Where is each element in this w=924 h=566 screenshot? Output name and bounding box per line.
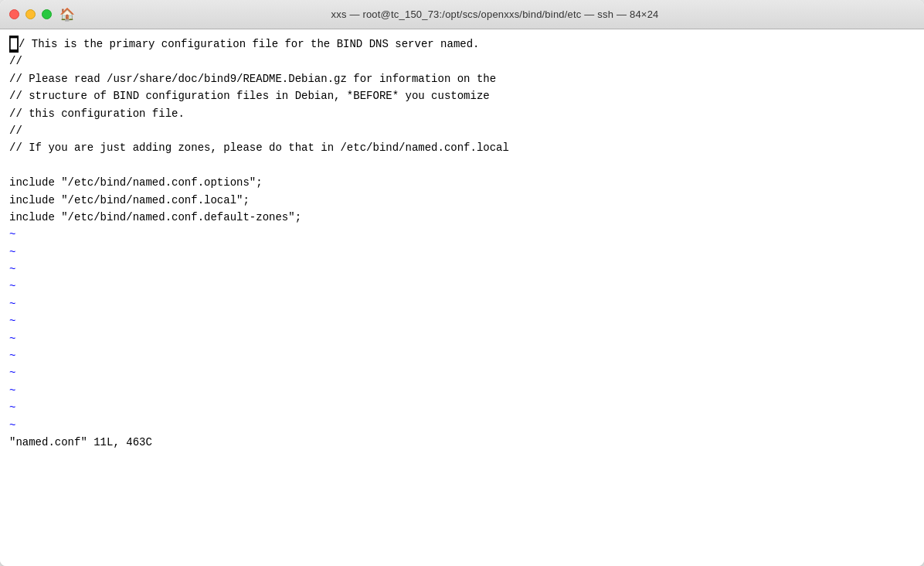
tilde-5: ~ xyxy=(9,298,15,310)
tilde-8: ~ xyxy=(9,349,15,362)
cursor-indicator: █ xyxy=(9,36,19,53)
close-button[interactable] xyxy=(9,9,19,19)
maximize-button[interactable] xyxy=(42,9,52,19)
tilde-7: ~ xyxy=(9,332,15,345)
line-1: / This is the primary configuration file… xyxy=(9,38,509,223)
tilde-2: ~ xyxy=(9,246,15,258)
tilde-3: ~ xyxy=(9,263,15,275)
tilde-10: ~ xyxy=(9,384,15,397)
status-bar: "named.conf" 11L, 463C xyxy=(9,436,152,448)
terminal-content[interactable]: █/ This is the primary configuration fil… xyxy=(0,29,924,566)
tilde-4: ~ xyxy=(9,280,15,292)
titlebar: 🏠 xxs — root@tc_150_73:/opt/scs/openxxs/… xyxy=(0,0,924,29)
tilde-12: ~ xyxy=(9,419,15,431)
tilde-11: ~ xyxy=(9,401,15,414)
terminal-text: █/ This is the primary configuration fil… xyxy=(9,36,915,451)
window-title: xxs — root@tc_150_73:/opt/scs/openxxs/bi… xyxy=(75,9,915,20)
home-icon: 🏠 xyxy=(59,7,75,22)
minimize-button[interactable] xyxy=(25,9,36,19)
tilde-1: ~ xyxy=(9,228,15,240)
traffic-lights[interactable] xyxy=(9,9,52,19)
tilde-6: ~ xyxy=(9,315,15,327)
tilde-9: ~ xyxy=(9,367,15,379)
terminal-window: 🏠 xxs — root@tc_150_73:/opt/scs/openxxs/… xyxy=(0,0,924,566)
